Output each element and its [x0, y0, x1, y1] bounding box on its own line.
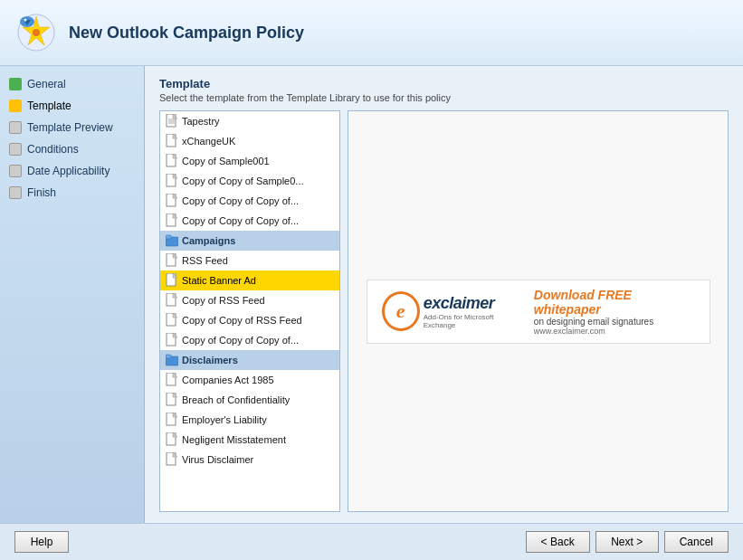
- group-header-disclaimers[interactable]: Disclaimers: [160, 350, 339, 370]
- banner-text: Download FREE whitepaper on designing em…: [534, 288, 695, 336]
- list-item-rss-feed[interactable]: RSS Feed: [160, 251, 339, 271]
- dialog-body: General Template Template Preview Condit…: [0, 66, 743, 523]
- list-item-copy-copy-copy2[interactable]: Copy of Copy of Copy of...: [160, 211, 339, 231]
- main-content: Template Select the template from the Te…: [145, 66, 743, 523]
- doc-icon: [166, 373, 178, 387]
- list-item-copy-sample001[interactable]: Copy of Sample001: [160, 151, 339, 171]
- svg-rect-22: [166, 235, 171, 239]
- app-icon: [14, 11, 58, 54]
- banner-headline: Download FREE whitepaper: [534, 288, 695, 317]
- step-icon-template-preview: [9, 121, 22, 134]
- sidebar: General Template Template Preview Condit…: [0, 66, 145, 523]
- svg-rect-34: [166, 355, 171, 358]
- group-header-campaigns[interactable]: Campaigns: [160, 231, 339, 251]
- sidebar-label-template-preview: Template Preview: [27, 121, 113, 134]
- preview-banner: e exclaimer Add-Ons for Microsoft Exchan…: [367, 280, 710, 344]
- doc-icon: [166, 253, 178, 268]
- list-item-virus[interactable]: Virus Disclaimer: [160, 450, 339, 470]
- list-item-xchangeuk[interactable]: xChangeUK: [160, 131, 339, 151]
- step-icon-date-applicability: [9, 165, 22, 177]
- sidebar-item-finish[interactable]: Finish: [0, 182, 144, 204]
- dialog-window: New Outlook Campaign Policy General Temp…: [0, 0, 743, 560]
- cancel-button[interactable]: Cancel: [664, 531, 729, 553]
- list-item-companies-act[interactable]: Companies Act 1985: [160, 370, 339, 390]
- next-button[interactable]: Next >: [595, 531, 659, 553]
- sidebar-label-finish: Finish: [27, 186, 56, 199]
- footer-left: Help: [14, 531, 69, 553]
- section-title: Template: [159, 77, 729, 90]
- folder-icon: [166, 234, 178, 247]
- list-item-static-banner-ad[interactable]: Static Banner Ad: [160, 271, 339, 290]
- list-item-employers[interactable]: Employer's Liability: [160, 410, 339, 430]
- doc-icon: [166, 333, 178, 347]
- sidebar-label-date-applicability: Date Applicability: [27, 165, 110, 177]
- list-item-copy-copy-sample0[interactable]: Copy of Copy of Sample0...: [160, 171, 339, 191]
- preview-area: e exclaimer Add-Ons for Microsoft Exchan…: [348, 110, 729, 512]
- doc-icon: [166, 154, 178, 168]
- dialog-header: New Outlook Campaign Policy: [0, 0, 743, 66]
- list-item-copy-copy-copy-rss[interactable]: Copy of Copy of Copy of...: [160, 330, 339, 350]
- exclaimer-name: exclaimer: [424, 294, 523, 313]
- list-item-tapestry[interactable]: Tapestry: [160, 111, 339, 131]
- exclaimer-brand-text: exclaimer Add-Ons for Microsoft Exchange: [424, 294, 523, 329]
- step-icon-finish: [9, 186, 22, 199]
- doc-icon: [166, 214, 178, 228]
- sidebar-item-date-applicability[interactable]: Date Applicability: [0, 160, 144, 182]
- content-area: Tapestry xChangeUK Copy of Sample001: [159, 110, 729, 512]
- step-icon-template: [9, 100, 22, 112]
- list-item-copy-copy-rss[interactable]: Copy of Copy of RSS Feed: [160, 310, 339, 330]
- help-button[interactable]: Help: [14, 531, 69, 553]
- sidebar-item-template-preview[interactable]: Template Preview: [0, 117, 144, 138]
- doc-icon: [166, 293, 178, 308]
- back-button[interactable]: < Back: [526, 531, 590, 553]
- exclaimer-logo: e exclaimer Add-Ons for Microsoft Exchan…: [382, 291, 523, 331]
- step-icon-conditions: [9, 143, 22, 156]
- doc-icon: [166, 432, 178, 447]
- doc-icon: [166, 413, 178, 427]
- section-header: Template Select the template from the Te…: [159, 77, 729, 103]
- sidebar-label-general: General: [27, 78, 66, 90]
- doc-icon: [166, 134, 178, 148]
- banner-url: www.exclaimer.com: [534, 327, 605, 336]
- svg-point-2: [33, 29, 40, 36]
- footer-right: < Back Next > Cancel: [526, 531, 729, 553]
- doc-icon: [166, 313, 178, 327]
- template-list-container: Tapestry xChangeUK Copy of Sample001: [159, 110, 340, 512]
- sidebar-label-template: Template: [27, 100, 71, 112]
- list-item-copy-rss-feed[interactable]: Copy of RSS Feed: [160, 290, 339, 310]
- exclaimer-subtext: Add-Ons for Microsoft Exchange: [424, 313, 523, 329]
- list-item-copy-copy-copy1[interactable]: Copy of Copy of Copy of...: [160, 191, 339, 211]
- sidebar-item-conditions[interactable]: Conditions: [0, 138, 144, 160]
- sidebar-item-general[interactable]: General: [0, 73, 144, 95]
- banner-line2: on designing email signatures: [534, 317, 653, 327]
- sidebar-label-conditions: Conditions: [27, 143, 79, 156]
- section-description: Select the template from the Template Li…: [159, 92, 729, 103]
- exclaimer-circle-letter: e: [382, 291, 420, 331]
- doc-icon: [166, 393, 178, 407]
- doc-icon: [166, 194, 178, 208]
- dialog-footer: Help < Back Next > Cancel: [0, 523, 743, 560]
- list-item-breach[interactable]: Breach of Confidentiality: [160, 390, 339, 410]
- template-list[interactable]: Tapestry xChangeUK Copy of Sample001: [160, 111, 339, 511]
- list-item-negligent[interactable]: Negligent Misstatement: [160, 430, 339, 450]
- doc-icon: [166, 452, 178, 467]
- doc-icon: [166, 114, 178, 128]
- dialog-title: New Outlook Campaign Policy: [69, 24, 304, 43]
- svg-point-5: [24, 19, 27, 22]
- sidebar-item-template[interactable]: Template: [0, 95, 144, 117]
- step-icon-general: [9, 78, 22, 90]
- doc-icon: [166, 273, 178, 288]
- doc-icon: [166, 174, 178, 188]
- folder-icon: [166, 354, 178, 366]
